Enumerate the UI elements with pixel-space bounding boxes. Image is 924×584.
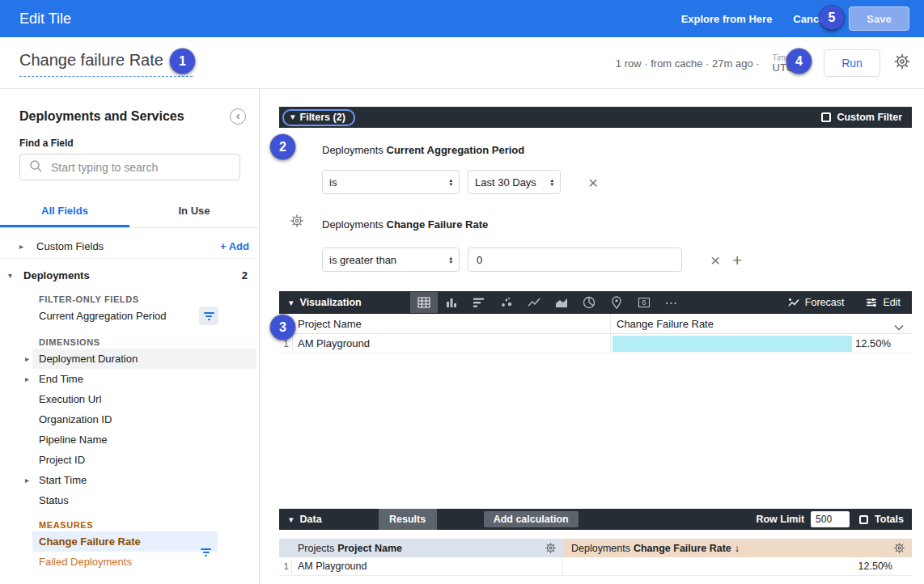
custom-filter-label: Custom Filter [837, 112, 902, 123]
viz-area-chart-icon[interactable] [548, 292, 575, 313]
forecast-label: Forecast [805, 297, 845, 308]
window-title: Edit Tile [19, 11, 71, 28]
collapse-sidebar-icon[interactable] [230, 108, 246, 125]
save-button[interactable]: Save [849, 6, 909, 31]
remove-filter-icon[interactable] [710, 254, 720, 267]
remove-filter-icon[interactable] [588, 176, 598, 189]
filter-operator-select[interactable]: is ▴▾ [322, 170, 460, 194]
expand-icon[interactable] [25, 349, 29, 369]
collapse-group-icon[interactable] [8, 271, 12, 280]
query-settings-gear-icon[interactable] [893, 53, 911, 74]
measures-heading: MEASURES [39, 520, 259, 530]
field-label: Deployment Duration [39, 353, 138, 365]
expand-icon[interactable] [25, 470, 29, 490]
active-tab-underline [0, 225, 129, 227]
chevron-down-icon[interactable] [894, 321, 904, 333]
field-failed-deployments[interactable]: Failed Deployments [32, 552, 256, 572]
dimension-list: Deployment Duration End Time Execution U… [0, 349, 259, 510]
visualization-bar-label: Visualization [300, 297, 362, 308]
viz-single-value-icon[interactable]: 6 [630, 292, 658, 313]
filter-field: Current Aggregation Period [387, 144, 525, 156]
viz-more-icon[interactable] [658, 292, 685, 313]
filter-field: Change Failure Rate [387, 218, 489, 231]
column-gear-icon[interactable] [545, 542, 557, 556]
field-project-id[interactable]: Project ID [32, 450, 256, 470]
filter-value-select[interactable]: Last 30 Days ▴▾ [468, 170, 561, 194]
field-search[interactable] [19, 154, 240, 180]
field-change-failure-rate[interactable]: Change Failure Rate [32, 531, 218, 552]
add-filter-icon[interactable] [732, 254, 742, 267]
field-label: Status [39, 494, 69, 506]
filter-active-icon[interactable] [199, 307, 218, 325]
viz-pie-chart-icon[interactable] [575, 292, 603, 313]
filter-field-label: Deployments Change Failure Rate [322, 218, 488, 231]
sort-descending-icon[interactable]: ↓ [735, 543, 740, 554]
results-tab[interactable]: Results [379, 509, 437, 530]
filters-bar-label: Filters (2) [300, 112, 345, 123]
deployments-group-row[interactable]: Deployments 2 [0, 264, 259, 286]
table-row[interactable]: 1 AM Playground 12.50% [279, 334, 912, 353]
field-label: Execution Url [39, 393, 101, 405]
tile-title-editable[interactable]: Change failure Rate [19, 51, 193, 77]
column-header-project-name[interactable]: Project Name [293, 314, 611, 333]
field-tabs: All Fields In Use [0, 201, 259, 228]
field-execution-url[interactable]: Execution Url [32, 389, 256, 409]
data-section-bar: Data Results Add calculation Row Limit T… [279, 509, 912, 530]
custom-filter-toggle[interactable]: Custom Filter [821, 112, 902, 123]
viz-table-icon[interactable] [410, 292, 438, 313]
column-field: Change Failure Rate [634, 543, 731, 554]
field-end-time[interactable]: End Time [32, 369, 256, 389]
filter-group: Deployments [322, 144, 384, 156]
add-calculation-button[interactable]: Add calculation [484, 511, 579, 527]
field-label: Organization ID [39, 413, 112, 425]
explore-main-panel: Filters (2) Custom Filter Deployments Cu… [260, 89, 924, 584]
operator-value: is [329, 176, 449, 188]
tab-all-fields[interactable]: All Fields [0, 201, 129, 227]
totals-checkbox[interactable] [859, 515, 868, 524]
add-custom-field-button[interactable]: + Add [220, 240, 249, 252]
run-button[interactable]: Run [824, 49, 880, 77]
search-input[interactable] [51, 161, 221, 174]
viz-map-icon[interactable] [603, 292, 630, 313]
viz-scatter-icon[interactable] [493, 292, 520, 313]
filters-expander[interactable]: Filters (2) [282, 109, 355, 126]
measure-column-header[interactable]: Deployments Change Failure Rate ↓ [563, 539, 912, 557]
filter-value-input[interactable] [468, 248, 682, 272]
filter-operator-select[interactable]: is greater than ▴▾ [322, 248, 460, 272]
column-header-change-failure-rate[interactable]: Change Failure Rate [611, 314, 912, 333]
field-pipeline-name[interactable]: Pipeline Name [32, 430, 256, 450]
results-data-table: Projects Project Name Deployments Change… [279, 539, 912, 576]
table-row[interactable]: 1 AM Playground 12.50% [279, 557, 912, 576]
filters-section-bar: Filters (2) Custom Filter [279, 107, 912, 128]
viz-line-chart-icon[interactable] [520, 292, 548, 313]
cell-project-name: AM Playground [293, 334, 611, 353]
data-bar-label: Data [300, 514, 322, 525]
field-picker-sidebar: Deployments and Services Find a Field Al… [0, 89, 260, 584]
explore-from-here-link[interactable]: Explore from Here [681, 13, 773, 25]
custom-fields-row[interactable]: Custom Fields + Add [0, 235, 259, 259]
field-current-aggregation-period[interactable]: Current Aggregation Period [39, 306, 259, 326]
field-organization-id[interactable]: Organization ID [32, 409, 256, 430]
svg-text:6: 6 [642, 298, 646, 307]
field-deployment-duration[interactable]: Deployment Duration [32, 349, 256, 369]
viz-column-chart-icon[interactable] [438, 292, 465, 313]
viz-bar-chart-icon[interactable] [465, 292, 493, 313]
field-status[interactable]: Status [32, 490, 256, 510]
dimension-column-header[interactable]: Projects Project Name [279, 539, 563, 557]
filter-settings-gear-icon[interactable] [290, 214, 304, 231]
expand-icon[interactable] [25, 369, 29, 389]
row-limit-input[interactable] [811, 511, 850, 527]
tab-in-use[interactable]: In Use [129, 201, 259, 227]
forecast-button[interactable]: Forecast [787, 296, 845, 309]
fields-in-use-count: 2 [242, 269, 248, 281]
tile-header: Change failure Rate 1 row · from cache ·… [0, 37, 924, 89]
field-start-time[interactable]: Start Time [32, 470, 256, 490]
custom-filter-checkbox[interactable] [821, 112, 831, 122]
edit-viz-button[interactable]: Edit [865, 296, 901, 309]
column-gear-icon[interactable] [893, 542, 905, 556]
caret-down-icon[interactable] [289, 514, 294, 525]
query-status-text: 1 row · from cache · 27m ago · [616, 57, 760, 70]
expand-icon[interactable] [19, 242, 23, 251]
visualization-section-bar: Visualization [279, 291, 912, 314]
caret-down-icon[interactable] [289, 298, 294, 308]
